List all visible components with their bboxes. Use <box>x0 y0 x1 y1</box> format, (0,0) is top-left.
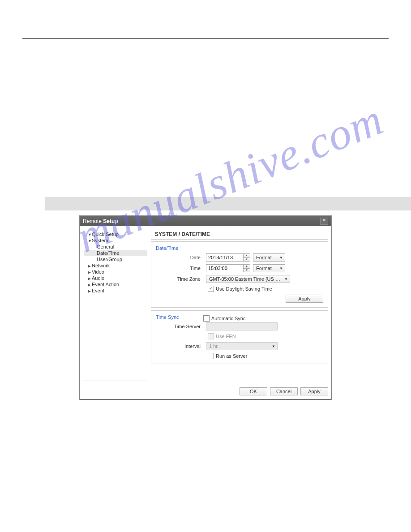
cancel-button[interactable]: Cancel <box>270 387 298 395</box>
sidebar-item-network[interactable]: ▶Network <box>84 262 147 269</box>
datetime-apply-button[interactable]: Apply <box>286 295 323 303</box>
spin-down-icon[interactable]: ▼ <box>244 269 250 272</box>
time-label: Time <box>156 266 203 271</box>
spin-down-icon[interactable]: ▼ <box>244 258 250 262</box>
interval-select: 1 hr. ▼ <box>206 342 278 350</box>
spin-up-icon[interactable]: ▲ <box>244 254 250 258</box>
chevron-down-icon: ▼ <box>278 266 284 270</box>
timezone-label: Time Zone <box>156 276 203 282</box>
interval-label: Interval <box>156 343 203 349</box>
sidebar-label: General <box>97 244 114 249</box>
checkbox-label: Automatic Sync <box>211 316 245 321</box>
triangle-right-icon: ▶ <box>88 289 92 293</box>
sidebar-item-usergroup[interactable]: User/Group <box>84 256 147 262</box>
automatic-sync-checkbox[interactable]: Automatic Sync <box>203 314 245 322</box>
timesync-group: Time Sync Automatic Sync Time Server Use… <box>151 310 328 364</box>
remote-setup-dialog: Remote Setup ✕ ▼Quick Setup ▼System Gene… <box>80 216 331 399</box>
sidebar-item-general[interactable]: General <box>84 244 147 250</box>
time-field[interactable] <box>206 265 243 272</box>
sidebar-label: Date/Time <box>97 250 119 256</box>
dst-checkbox[interactable]: ✓ Use Daylight Saving Time <box>208 286 272 292</box>
titlebar: Remote Setup ✕ <box>80 216 331 226</box>
triangle-right-icon: ▶ <box>88 270 92 275</box>
triangle-down-icon: ▼ <box>88 232 92 237</box>
checkbox-icon: ✓ <box>208 286 214 292</box>
dialog-title: Remote Setup <box>83 218 118 224</box>
nav-tree: ▼Quick Setup ▼System General Date/Time U… <box>83 229 148 381</box>
triangle-right-icon: ▶ <box>88 276 92 281</box>
checkbox-label: Run as Server <box>216 353 247 359</box>
checkbox-icon <box>208 353 214 359</box>
ok-button[interactable]: OK <box>240 387 267 395</box>
timeserver-input[interactable] <box>206 322 278 330</box>
dialog-footer: OK Cancel Apply <box>80 384 331 399</box>
chevron-down-icon: ▼ <box>283 277 289 281</box>
select-value: GMT-05:00 Eastern Time (US & Canada) <box>209 276 283 282</box>
sidebar-label: Event <box>92 288 104 293</box>
date-label: Date <box>156 255 203 260</box>
select-value: Format <box>256 255 272 260</box>
sidebar-label: Event Action <box>92 282 119 287</box>
time-format-select[interactable]: Format ▼ <box>253 264 285 272</box>
time-input[interactable]: ▲▼ <box>206 264 250 272</box>
timeserver-label: Time Server <box>156 324 203 329</box>
triangle-right-icon: ▶ <box>88 264 92 268</box>
sidebar-label: Audio <box>92 275 104 281</box>
sidebar-item-datetime[interactable]: Date/Time <box>84 250 147 256</box>
title-bold: Setup <box>103 218 118 224</box>
sidebar-item-event-action[interactable]: ▶Event Action <box>84 281 147 287</box>
sidebar-label: System <box>92 238 108 243</box>
sidebar-item-event[interactable]: ▶Event <box>84 287 147 294</box>
checkbox-label: Use Daylight Saving Time <box>216 286 272 292</box>
sidebar-item-audio[interactable]: ▶Audio <box>84 275 147 281</box>
sidebar-item-video[interactable]: ▶Video <box>84 269 147 275</box>
datetime-legend: Date/Time <box>156 245 323 253</box>
sidebar-item-system[interactable]: ▼System <box>84 237 147 244</box>
use-fen-checkbox: Use FEN <box>208 333 236 339</box>
spin-up-icon[interactable]: ▲ <box>244 265 250 269</box>
timezone-select[interactable]: GMT-05:00 Eastern Time (US & Canada) ▼ <box>206 275 290 283</box>
sidebar-label: User/Group <box>97 257 122 262</box>
checkbox-icon <box>203 315 210 322</box>
checkbox-label: Use FEN <box>216 334 236 339</box>
title-plain: Remote <box>83 218 103 224</box>
chevron-down-icon: ▼ <box>278 256 284 260</box>
apply-button[interactable]: Apply <box>300 387 328 395</box>
select-value: 1 hr. <box>209 343 218 349</box>
sidebar-item-quick-setup[interactable]: ▼Quick Setup <box>84 231 147 237</box>
datetime-group: Date/Time Date ▲▼ Format ▼ Time <box>151 241 328 308</box>
run-as-server-checkbox[interactable]: Run as Server <box>208 353 247 359</box>
select-value: Format <box>256 266 272 271</box>
sidebar-label: Quick Setup <box>92 232 119 237</box>
section-header: SYSTEM / DATE/TIME <box>151 229 328 240</box>
timesync-legend: Time Sync <box>156 314 203 322</box>
date-field[interactable] <box>206 254 243 261</box>
close-button[interactable]: ✕ <box>320 218 328 225</box>
sidebar-label: Video <box>92 269 104 275</box>
chevron-down-icon: ▼ <box>271 344 276 348</box>
triangle-right-icon: ▶ <box>88 283 92 287</box>
triangle-down-icon: ▼ <box>88 239 92 243</box>
date-input[interactable]: ▲▼ <box>206 253 250 262</box>
date-format-select[interactable]: Format ▼ <box>253 253 285 262</box>
checkbox-icon <box>208 333 214 339</box>
sidebar-label: Network <box>92 263 110 268</box>
